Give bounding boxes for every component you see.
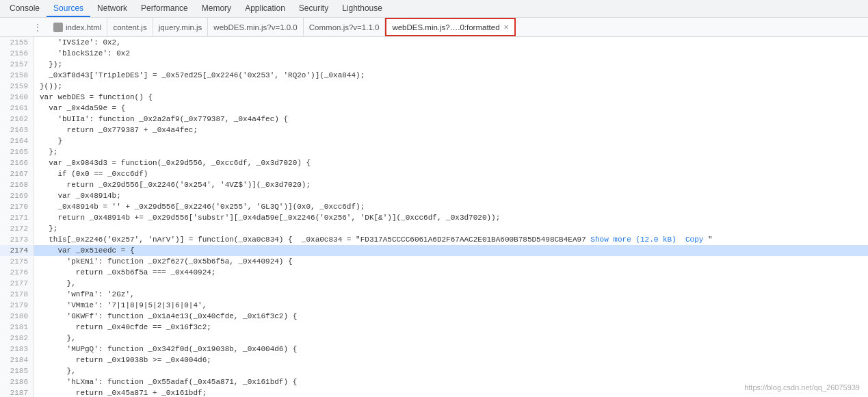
code-line: if (0x0 == _0xcc6df) — [34, 168, 868, 179]
line-number: 2180 — [0, 311, 34, 322]
line-number: 2184 — [0, 355, 34, 366]
line-number: 2182 — [0, 333, 34, 344]
line-number: 2168 — [0, 179, 34, 190]
tab-label: Common.js?v=1.1.0 — [309, 23, 380, 31]
line-number: 2178 — [0, 289, 34, 300]
code-line: return _0x19038b >= _0x4004d6; — [34, 355, 868, 366]
code-line: return _0x29d556[_0x2246('0x254', '4VZ$'… — [34, 179, 868, 190]
code-line: 'MUPgQ': function _0x342f0d(_0x19038b, _… — [34, 344, 868, 355]
line-number: 2165 — [0, 146, 34, 157]
line-number: 2166 — [0, 157, 34, 168]
line-number: 2185 — [0, 366, 34, 376]
tab-jquery-min[interactable]: jquery.min.js — [153, 18, 209, 36]
code-line: }, — [34, 366, 868, 376]
line-numbers: 2155215621572158215921602161216221632164… — [0, 37, 34, 397]
line-number: 2161 — [0, 103, 34, 114]
code-line: 'IVSize': 0x2, — [34, 37, 868, 48]
code-content[interactable]: 'IVSize': 0x2, 'blockSize': 0x2 }); _0x3… — [34, 37, 868, 397]
code-line: 'VMm1e': '7|1|8|9|5|2|3|6|0|4', — [34, 300, 868, 311]
line-number: 2175 — [0, 256, 34, 267]
line-number: 2159 — [0, 81, 34, 92]
nav-performance[interactable]: Performance — [134, 0, 195, 17]
code-line: 'bUIIa': function _0x2a2af9(_0x779387, _… — [34, 114, 868, 125]
code-line: var _0x48914b; — [34, 190, 868, 201]
line-number: 2170 — [0, 201, 34, 212]
devtools-nav: Console Sources Network Performance Memo… — [0, 0, 868, 18]
line-number: 2167 — [0, 168, 34, 179]
nav-network[interactable]: Network — [90, 0, 134, 17]
code-line: return _0x48914b += _0x29d556['substr'][… — [34, 212, 868, 223]
code-line: var webDES = function() { — [34, 92, 868, 103]
nav-application[interactable]: Application — [238, 0, 292, 17]
code-line: _0x48914b = '' + _0x29d556[_0x2246('0x25… — [34, 201, 868, 212]
tab-index-html[interactable]: index.html — [48, 18, 107, 36]
tab-label: webDES.min.js?….0:formatted — [392, 23, 499, 31]
line-number: 2177 — [0, 278, 34, 289]
tab-close-icon[interactable]: × — [504, 23, 509, 32]
line-number: 2158 — [0, 70, 34, 81]
code-line: return _0x40cfde == _0x16f3c2; — [34, 322, 868, 333]
code-line: _0x3f8d43['TripleDES'] = _0x57ed25[_0x22… — [34, 70, 868, 81]
line-number: 2156 — [0, 48, 34, 59]
code-line: 'blockSize': 0x2 — [34, 48, 868, 59]
code-line: var _0x4da59e = { — [34, 103, 868, 114]
line-number: 2186 — [0, 376, 34, 387]
nav-memory[interactable]: Memory — [195, 0, 238, 17]
line-number: 2160 — [0, 92, 34, 103]
tab-content-js[interactable]: content.js — [107, 18, 153, 36]
nav-security[interactable]: Security — [292, 0, 335, 17]
code-line: var _0x9843d3 = function(_0x29d556, _0xc… — [34, 157, 868, 168]
code-line: }; — [34, 223, 868, 234]
show-more-button[interactable]: Show more (12.0 kB) — [590, 235, 676, 244]
tab-bar: ⋮ index.html content.js jquery.min.js we… — [0, 18, 868, 37]
line-number: 2174 — [0, 245, 34, 256]
line-number: 2179 — [0, 300, 34, 311]
tab-label: index.html — [66, 23, 101, 31]
line-number: 2181 — [0, 322, 34, 333]
code-container: 2155215621572158215921602161216221632164… — [0, 37, 868, 397]
line-number: 2172 — [0, 223, 34, 234]
line-number: 2176 — [0, 267, 34, 278]
code-line: }; — [34, 146, 868, 157]
line-number: 2155 — [0, 37, 34, 48]
line-number: 2173 — [0, 234, 34, 245]
line-number: 2187 — [0, 387, 34, 397]
line-number: 2183 — [0, 344, 34, 355]
code-line: 'hLXma': function _0x55adaf(_0x45a871, _… — [34, 376, 868, 387]
tab-webdes-min[interactable]: webDES.min.js?v=1.0.0 — [208, 18, 303, 36]
nav-sources[interactable]: Sources — [47, 0, 90, 17]
line-number: 2171 — [0, 212, 34, 223]
line-number: 2164 — [0, 136, 34, 146]
code-line: var _0x51eedc = { — [34, 245, 868, 256]
code-line: }()); — [34, 81, 868, 92]
tab-label: content.js — [113, 23, 146, 31]
code-line: }, — [34, 333, 868, 344]
nav-lighthouse[interactable]: Lighthouse — [335, 0, 389, 17]
code-line: }, — [34, 278, 868, 289]
line-number: 2163 — [0, 125, 34, 136]
nav-console[interactable]: Console — [3, 0, 47, 17]
tab-webdes-formatted[interactable]: webDES.min.js?….0:formatted × — [385, 18, 515, 36]
code-line: 'pkENi': function _0x2f627(_0x5b6f5a, _0… — [34, 256, 868, 267]
copy-button[interactable]: Copy — [685, 235, 703, 244]
file-icon — [53, 23, 63, 32]
line-number: 2169 — [0, 190, 34, 201]
watermark: https://blog.csdn.net/qq_26075939 — [744, 383, 860, 392]
code-line: return _0x5b6f5a === _0x440924; — [34, 267, 868, 278]
drag-handle[interactable]: ⋮ — [27, 22, 48, 33]
code-line: return _0x45a871 + _0x161bdf; — [34, 387, 868, 397]
code-line: } — [34, 136, 868, 146]
code-line: this[_0x2246('0x257', 'nArV')] = functio… — [34, 234, 868, 245]
tab-common-js[interactable]: Common.js?v=1.1.0 — [304, 18, 386, 36]
line-number: 2162 — [0, 114, 34, 125]
tab-label: webDES.min.js?v=1.0.0 — [213, 23, 297, 31]
code-line: }); — [34, 59, 868, 70]
code-line: 'GKWFf': function _0x1a4e13(_0x40cfde, _… — [34, 311, 868, 322]
line-number: 2157 — [0, 59, 34, 70]
code-line: 'wnfPa': '2Gz', — [34, 289, 868, 300]
code-line: return _0x779387 + _0x4a4fec; — [34, 125, 868, 136]
tab-label: jquery.min.js — [159, 23, 202, 31]
